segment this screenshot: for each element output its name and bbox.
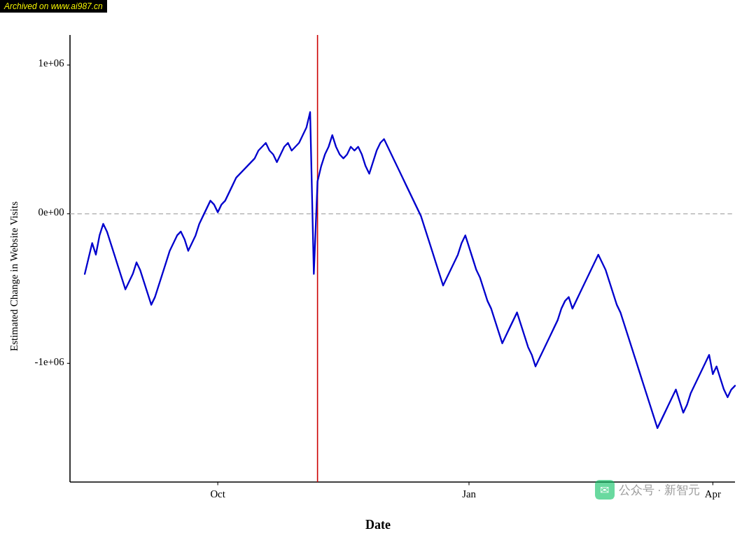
- svg-rect-0: [70, 35, 735, 482]
- svg-text:Apr: Apr: [705, 488, 721, 500]
- svg-text:Oct: Oct: [210, 488, 225, 500]
- chart-container: Estimated Change in Website Visits 1e+06…: [0, 14, 756, 538]
- svg-text:0e+00: 0e+00: [38, 206, 64, 218]
- svg-text:Jan: Jan: [462, 488, 476, 500]
- watermark-icon: ✉: [595, 480, 615, 500]
- archive-banner: Archived on www.ai987.cn: [0, 0, 107, 13]
- svg-text:1e+06: 1e+06: [38, 57, 64, 69]
- chart-area: 1e+06 0e+00 -1e+06 Oct Jan Apr: [70, 35, 735, 482]
- x-axis-label: Date: [0, 518, 756, 532]
- y-axis-label: Estimated Change in Website Visits: [8, 201, 20, 351]
- chart-svg: 1e+06 0e+00 -1e+06 Oct Jan Apr: [70, 35, 735, 482]
- svg-text:-1e+06: -1e+06: [35, 355, 64, 367]
- watermark: ✉ 公众号 · 新智元: [595, 480, 700, 500]
- watermark-text: 公众号 · 新智元: [619, 482, 700, 498]
